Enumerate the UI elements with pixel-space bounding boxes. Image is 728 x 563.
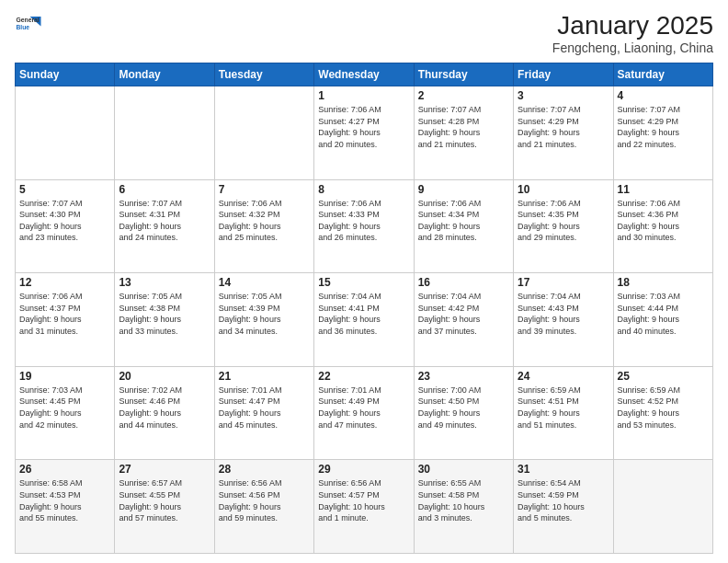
day-info: Sunrise: 6:56 AMSunset: 4:57 PMDaylight:… <box>318 477 409 523</box>
calendar-cell: 23Sunrise: 7:00 AMSunset: 4:50 PMDayligh… <box>414 366 513 460</box>
weekday-header-row: SundayMondayTuesdayWednesdayThursdayFrid… <box>16 63 713 86</box>
day-number: 24 <box>518 370 609 383</box>
day-number: 14 <box>219 276 310 289</box>
weekday-header-tuesday: Tuesday <box>214 63 313 86</box>
day-info: Sunrise: 6:56 AMSunset: 4:56 PMDaylight:… <box>219 477 310 523</box>
day-number: 20 <box>119 370 210 383</box>
day-info: Sunrise: 6:59 AMSunset: 4:52 PMDaylight:… <box>618 385 709 431</box>
day-number: 4 <box>618 89 709 102</box>
day-info: Sunrise: 7:06 AMSunset: 4:32 PMDaylight:… <box>219 198 310 244</box>
day-info: Sunrise: 7:04 AMSunset: 4:42 PMDaylight:… <box>418 291 509 337</box>
calendar-cell: 22Sunrise: 7:01 AMSunset: 4:49 PMDayligh… <box>314 366 414 460</box>
day-info: Sunrise: 7:06 AMSunset: 4:37 PMDaylight:… <box>19 291 110 337</box>
day-number: 23 <box>418 370 509 383</box>
day-number: 9 <box>418 183 509 196</box>
weekday-header-thursday: Thursday <box>414 63 513 86</box>
day-info: Sunrise: 7:06 AMSunset: 4:34 PMDaylight:… <box>418 198 509 244</box>
calendar-cell: 14Sunrise: 7:05 AMSunset: 4:39 PMDayligh… <box>214 273 313 367</box>
day-number: 31 <box>518 463 609 476</box>
day-number: 17 <box>518 276 609 289</box>
weekday-header-monday: Monday <box>115 63 214 86</box>
day-info: Sunrise: 7:07 AMSunset: 4:29 PMDaylight:… <box>518 104 609 150</box>
calendar-cell: 5Sunrise: 7:07 AMSunset: 4:30 PMDaylight… <box>16 179 115 273</box>
day-number: 3 <box>518 89 609 102</box>
calendar-cell: 26Sunrise: 6:58 AMSunset: 4:53 PMDayligh… <box>16 460 115 554</box>
day-info: Sunrise: 7:07 AMSunset: 4:30 PMDaylight:… <box>19 198 110 244</box>
day-number: 1 <box>318 89 409 102</box>
day-info: Sunrise: 7:07 AMSunset: 4:29 PMDaylight:… <box>618 104 709 150</box>
logo-icon: General Blue <box>15 11 42 39</box>
day-info: Sunrise: 7:06 AMSunset: 4:27 PMDaylight:… <box>318 104 409 150</box>
day-info: Sunrise: 7:04 AMSunset: 4:41 PMDaylight:… <box>318 291 409 337</box>
calendar-cell: 11Sunrise: 7:06 AMSunset: 4:36 PMDayligh… <box>613 179 712 273</box>
calendar-cell: 6Sunrise: 7:07 AMSunset: 4:31 PMDaylight… <box>115 179 214 273</box>
day-info: Sunrise: 6:55 AMSunset: 4:58 PMDaylight:… <box>418 477 509 523</box>
calendar-cell: 10Sunrise: 7:06 AMSunset: 4:35 PMDayligh… <box>514 179 613 273</box>
week-row-5: 26Sunrise: 6:58 AMSunset: 4:53 PMDayligh… <box>16 460 713 554</box>
calendar-cell: 9Sunrise: 7:06 AMSunset: 4:34 PMDaylight… <box>414 179 513 273</box>
calendar-cell: 2Sunrise: 7:07 AMSunset: 4:28 PMDaylight… <box>414 86 513 180</box>
calendar-cell: 4Sunrise: 7:07 AMSunset: 4:29 PMDaylight… <box>613 86 712 180</box>
calendar-cell: 19Sunrise: 7:03 AMSunset: 4:45 PMDayligh… <box>16 366 115 460</box>
day-number: 21 <box>219 370 310 383</box>
day-info: Sunrise: 6:54 AMSunset: 4:59 PMDaylight:… <box>518 477 609 523</box>
day-info: Sunrise: 7:07 AMSunset: 4:28 PMDaylight:… <box>418 104 509 150</box>
day-number: 18 <box>618 276 709 289</box>
calendar-table: SundayMondayTuesdayWednesdayThursdayFrid… <box>15 63 713 554</box>
calendar-cell: 29Sunrise: 6:56 AMSunset: 4:57 PMDayligh… <box>314 460 414 554</box>
day-info: Sunrise: 7:01 AMSunset: 4:49 PMDaylight:… <box>318 385 409 431</box>
day-info: Sunrise: 7:00 AMSunset: 4:50 PMDaylight:… <box>418 385 509 431</box>
weekday-header-saturday: Saturday <box>613 63 712 86</box>
day-info: Sunrise: 7:06 AMSunset: 4:35 PMDaylight:… <box>518 198 609 244</box>
day-number: 13 <box>119 276 210 289</box>
day-info: Sunrise: 7:07 AMSunset: 4:31 PMDaylight:… <box>119 198 210 244</box>
svg-text:General: General <box>17 17 40 23</box>
calendar-cell <box>613 460 712 554</box>
month-title: January 2025 <box>552 11 713 40</box>
day-info: Sunrise: 7:01 AMSunset: 4:47 PMDaylight:… <box>219 385 310 431</box>
calendar-cell: 13Sunrise: 7:05 AMSunset: 4:38 PMDayligh… <box>115 273 214 367</box>
calendar-cell: 24Sunrise: 6:59 AMSunset: 4:51 PMDayligh… <box>514 366 613 460</box>
day-number: 12 <box>19 276 110 289</box>
day-info: Sunrise: 7:04 AMSunset: 4:43 PMDaylight:… <box>518 291 609 337</box>
day-number: 30 <box>418 463 509 476</box>
day-number: 6 <box>119 183 210 196</box>
calendar-cell: 17Sunrise: 7:04 AMSunset: 4:43 PMDayligh… <box>514 273 613 367</box>
week-row-1: 1Sunrise: 7:06 AMSunset: 4:27 PMDaylight… <box>16 86 713 180</box>
calendar-cell: 27Sunrise: 6:57 AMSunset: 4:55 PMDayligh… <box>115 460 214 554</box>
calendar-cell <box>115 86 214 180</box>
day-info: Sunrise: 6:58 AMSunset: 4:53 PMDaylight:… <box>19 477 110 523</box>
day-number: 29 <box>318 463 409 476</box>
calendar-cell: 31Sunrise: 6:54 AMSunset: 4:59 PMDayligh… <box>514 460 613 554</box>
day-number: 16 <box>418 276 509 289</box>
day-number: 25 <box>618 370 709 383</box>
day-info: Sunrise: 7:05 AMSunset: 4:38 PMDaylight:… <box>119 291 210 337</box>
calendar-cell: 20Sunrise: 7:02 AMSunset: 4:46 PMDayligh… <box>115 366 214 460</box>
day-number: 15 <box>318 276 409 289</box>
calendar-cell: 28Sunrise: 6:56 AMSunset: 4:56 PMDayligh… <box>214 460 313 554</box>
day-number: 28 <box>219 463 310 476</box>
week-row-3: 12Sunrise: 7:06 AMSunset: 4:37 PMDayligh… <box>16 273 713 367</box>
weekday-header-sunday: Sunday <box>16 63 115 86</box>
day-number: 19 <box>19 370 110 383</box>
day-info: Sunrise: 7:06 AMSunset: 4:36 PMDaylight:… <box>618 198 709 244</box>
calendar-cell <box>16 86 115 180</box>
day-info: Sunrise: 7:03 AMSunset: 4:44 PMDaylight:… <box>618 291 709 337</box>
day-info: Sunrise: 6:59 AMSunset: 4:51 PMDaylight:… <box>518 385 609 431</box>
svg-text:Blue: Blue <box>17 24 30 30</box>
day-number: 26 <box>19 463 110 476</box>
page: General Blue January 2025 Fengcheng, Lia… <box>0 0 728 563</box>
calendar-cell: 30Sunrise: 6:55 AMSunset: 4:58 PMDayligh… <box>414 460 513 554</box>
calendar-cell: 12Sunrise: 7:06 AMSunset: 4:37 PMDayligh… <box>16 273 115 367</box>
day-number: 5 <box>19 183 110 196</box>
title-block: January 2025 Fengcheng, Liaoning, China <box>552 11 713 55</box>
location-title: Fengcheng, Liaoning, China <box>552 40 713 55</box>
calendar-cell: 8Sunrise: 7:06 AMSunset: 4:33 PMDaylight… <box>314 179 414 273</box>
day-info: Sunrise: 7:03 AMSunset: 4:45 PMDaylight:… <box>19 385 110 431</box>
calendar-cell: 15Sunrise: 7:04 AMSunset: 4:41 PMDayligh… <box>314 273 414 367</box>
calendar-cell: 7Sunrise: 7:06 AMSunset: 4:32 PMDaylight… <box>214 179 313 273</box>
day-number: 11 <box>618 183 709 196</box>
header: General Blue January 2025 Fengcheng, Lia… <box>15 11 713 55</box>
week-row-4: 19Sunrise: 7:03 AMSunset: 4:45 PMDayligh… <box>16 366 713 460</box>
calendar-cell: 21Sunrise: 7:01 AMSunset: 4:47 PMDayligh… <box>214 366 313 460</box>
